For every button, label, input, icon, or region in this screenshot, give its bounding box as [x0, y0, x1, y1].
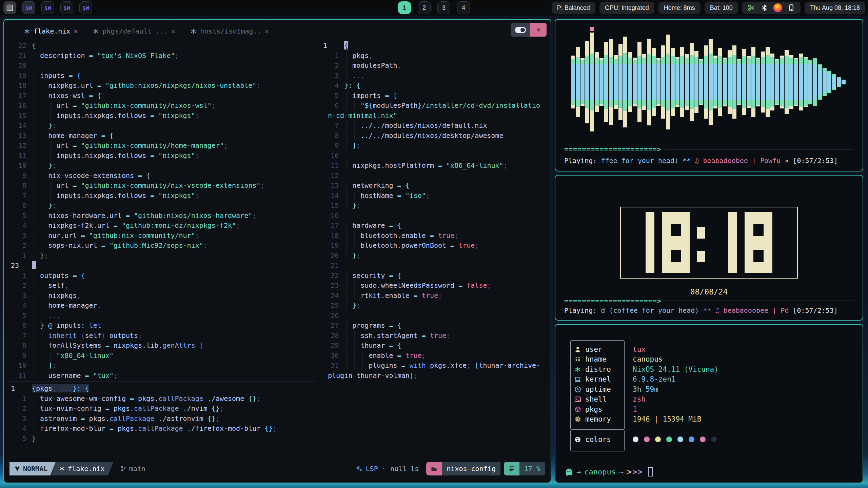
code-line: 3│ astronvim = pkgs.callPackage ./astron…: [7, 414, 316, 424]
phone-icon[interactable]: [788, 4, 795, 12]
line-number: 23: [319, 281, 344, 291]
scissors-icon[interactable]: [748, 4, 755, 12]
line-number: 3: [7, 231, 32, 241]
digit-1: [646, 212, 654, 273]
workspace-button-1[interactable]: $W: [22, 1, 35, 14]
code-line: 13│ networking = {: [319, 181, 551, 191]
code-line: 25│ };: [319, 301, 551, 311]
lines-icon: [508, 465, 515, 472]
code-line: 7│ │ inherit (self) outputs;: [7, 331, 316, 341]
workspace-button-2[interactable]: $W: [41, 1, 54, 14]
code-text: │ ...: [344, 71, 551, 81]
tag-1[interactable]: 1: [398, 1, 411, 14]
song-progress[interactable]: =====================>: [555, 144, 863, 154]
pane-pkgs-default-nix[interactable]: 1{pkgs, ...}: {1│ tux-awesome-wm-config …: [7, 381, 316, 446]
topbar-clock: Thu Aug 08, 18:18: [810, 4, 860, 12]
fetch-row-user: usertux: [570, 344, 646, 354]
code-line: 10: [319, 151, 551, 161]
code-text: │ modulesPath,: [344, 61, 551, 71]
code-line: 20: [7, 61, 316, 71]
music-visualizer-widget: =====================> Playing: ffee for…: [555, 19, 863, 171]
ghost-icon: [565, 468, 573, 476]
code-line: 2│ tux-nvim-config = pkgs.callPackage ./…: [7, 404, 316, 414]
code-text: │ │ ssh.startAgent = true;: [344, 331, 551, 341]
colon: [697, 212, 705, 273]
code-line: 5│ │ nixos-hardware.url = "github:nixos/…: [7, 211, 316, 221]
code-text: │ │ rtkit.enable = true;: [344, 291, 551, 301]
fetch-label: kernel: [585, 375, 633, 383]
toggle-button[interactable]: [511, 23, 530, 37]
line-number: 19: [319, 241, 344, 251]
nix-icon: [190, 28, 197, 35]
launcher-button[interactable]: [3, 1, 16, 14]
code-text: │ tux-nvim-config = pkgs.callPackage ./n…: [32, 404, 316, 414]
song-progress-2[interactable]: =====================>: [555, 296, 863, 306]
workspace-button-4[interactable]: $W: [79, 1, 92, 14]
editor-tab-2[interactable]: pkgs/default ...×: [93, 27, 175, 35]
pane-hosts-isoimage-nix[interactable]: 1{1│ pkgs,2│ modulesPath,3│ ...4}: {5│ i…: [319, 41, 551, 461]
workspace-tags: 1234: [398, 1, 470, 14]
prompt-chevrons: >>>: [627, 467, 643, 476]
system-tray[interactable]: [742, 2, 801, 14]
shell-prompt[interactable]: →canopus~>>>: [565, 467, 653, 476]
code-text: │ │ nixos-wsl = {: [32, 91, 316, 101]
tab-close-icon[interactable]: ×: [265, 27, 269, 35]
line-number: 1: [7, 384, 32, 394]
code-line: 23│ │ sudo.wheelNeedsPassword = false;: [319, 281, 551, 291]
git-branch[interactable]: main: [120, 465, 145, 473]
flame-icon[interactable]: [773, 3, 782, 12]
code-line: 28│ │ ssh.startAgent = true;: [319, 331, 551, 341]
status-pill-3[interactable]: Home: 8ms: [658, 2, 701, 14]
line-number: 11: [7, 151, 32, 161]
code-line: 11│ │ username = "tux";: [7, 371, 316, 381]
tag-4[interactable]: 4: [457, 1, 470, 14]
code-text: │ │ │ url = "github:nix-community/nixos-…: [32, 101, 316, 111]
line-number: 4: [319, 81, 344, 91]
tab-close-icon[interactable]: ×: [74, 27, 78, 35]
code-line: 17│ │ nixos-wsl = {: [7, 91, 316, 101]
project-icon-box: [426, 462, 442, 475]
editor-window: flake.nix×pkgs/default ...×hosts/isoImag…: [3, 19, 551, 483]
code-text: │ };: [32, 251, 316, 261]
project-name[interactable]: nixos-config: [442, 462, 500, 475]
tag-2[interactable]: 2: [418, 1, 431, 14]
window-close-button[interactable]: ×: [530, 23, 547, 37]
tag-3[interactable]: 3: [437, 1, 450, 14]
code-line: 1│ pkgs,: [319, 51, 551, 61]
color-dot: [666, 436, 672, 442]
code-line: 20│ };: [319, 251, 551, 261]
file-segment[interactable]: flake.nix: [51, 462, 113, 475]
tab-close-icon[interactable]: ×: [171, 27, 175, 35]
fetch-terminal-widget[interactable]: usertuxhnamecanopusdistroNixOS 24.11 (Vi…: [555, 324, 863, 483]
vim-icon: [14, 466, 20, 472]
editor-tab-1[interactable]: flake.nix×: [24, 27, 78, 35]
editor-tab-3[interactable]: hosts/isoImag..×: [190, 27, 269, 35]
code-text: {: [32, 41, 316, 51]
line-number: 4: [7, 424, 32, 434]
code-text: │ │ forAllSystems = nixpkgs.lib.genAttrs…: [32, 341, 316, 351]
clock-pill[interactable]: Thu Aug 08, 18:18: [805, 2, 865, 14]
status-pill-4[interactable]: Bat: 100: [705, 2, 738, 14]
code-text: │ security = {: [344, 271, 551, 281]
pane-flake-nix[interactable]: 22{21│ description = "tux's NixOS Flake"…: [7, 41, 316, 381]
code-line: 6│ │ };: [7, 201, 316, 211]
statusline: NORMAL flake.nix main LSP ~: [9, 462, 545, 475]
terminal-color-dots: [633, 436, 717, 442]
now-playing-line: Playing: ffee for your head) ** ♫ beabad…: [555, 156, 863, 165]
close-icon: ×: [536, 25, 541, 35]
code-text: │ │ inherit (self) outputs;: [32, 331, 316, 341]
clock-icon: [574, 386, 581, 393]
line-number: 11: [7, 371, 32, 381]
terminal-cursor[interactable]: [648, 467, 653, 476]
lsp-status[interactable]: LSP ~ null-ls: [356, 465, 419, 473]
code-line: 1│ tux-awesome-wm-config = pkgs.callPack…: [7, 394, 316, 404]
status-pill-1[interactable]: P: Balanced: [552, 2, 595, 14]
status-pill-2[interactable]: GPU: Integrated: [599, 2, 654, 14]
bluetooth-icon[interactable]: [761, 4, 768, 12]
workspace-button-3[interactable]: $W: [60, 1, 73, 14]
code-text: │ description = "tux's NixOS Flake";: [32, 51, 316, 61]
line-number: 1: [7, 271, 32, 281]
line-number: 12: [7, 141, 32, 151]
line-number: 28: [319, 331, 344, 341]
code-line: 29│ │ thunar = {: [319, 341, 551, 351]
